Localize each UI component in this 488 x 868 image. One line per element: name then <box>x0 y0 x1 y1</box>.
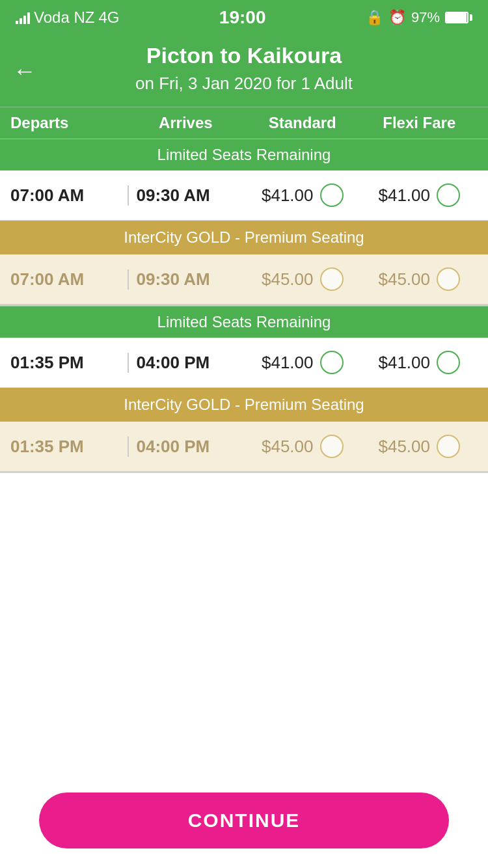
gold-arrive-time-2: 04:00 PM <box>128 437 245 457</box>
limited-banner-1: Limited Seats Remaining <box>0 139 488 170</box>
gold-depart-time-1: 07:00 AM <box>10 269 128 290</box>
status-right: 🔒 ⏰ 97% <box>366 9 472 26</box>
flexi-price-1: $41.00 <box>378 185 430 206</box>
battery-icon <box>445 12 472 23</box>
column-headers: Departs Arrives Standard Flexi Fare <box>0 107 488 139</box>
status-left: Voda NZ 4G <box>16 8 119 27</box>
back-button[interactable]: ← <box>13 59 36 83</box>
flexi-price-cell-2: $41.00 <box>361 351 478 374</box>
status-bar: Voda NZ 4G 19:00 🔒 ⏰ 97% <box>0 0 488 35</box>
gold-flexi-radio-2[interactable] <box>437 435 460 458</box>
alarm-icon: ⏰ <box>388 9 406 26</box>
gold-row-2: 01:35 PM 04:00 PM $45.00 $45.00 <box>0 422 488 473</box>
gold-standard-price-cell-2: $45.00 <box>244 435 361 458</box>
signal-icon <box>16 11 30 24</box>
depart-time-1: 07:00 AM <box>10 185 128 206</box>
departs-header: Departs <box>10 114 128 132</box>
battery-percent: 97% <box>411 9 440 26</box>
gold-standard-price-2: $45.00 <box>262 437 314 457</box>
flexi-radio-1[interactable] <box>437 183 460 207</box>
standard-price-2: $41.00 <box>262 353 314 373</box>
standard-radio-2[interactable] <box>320 351 344 374</box>
lock-icon: 🔒 <box>366 9 383 26</box>
page-title: Picton to Kaikoura <box>13 43 475 68</box>
flexi-radio-2[interactable] <box>437 351 460 374</box>
gold-flexi-price-2: $45.00 <box>378 437 430 457</box>
gold-banner-2: InterCity GOLD - Premium Seating <box>0 388 488 422</box>
continue-button[interactable]: CONTINUE <box>39 793 449 848</box>
network-label: 4G <box>98 8 119 27</box>
gold-row-1: 07:00 AM 09:30 AM $45.00 $45.00 <box>0 254 488 306</box>
standard-header: Standard <box>244 114 361 132</box>
standard-price-1: $41.00 <box>262 185 314 206</box>
flexi-header: Flexi Fare <box>361 114 478 132</box>
arrive-time-2: 04:00 PM <box>128 353 245 373</box>
arrives-header: Arrives <box>128 114 245 132</box>
standard-price-cell-2: $41.00 <box>244 351 361 374</box>
standard-price-cell-1: $41.00 <box>244 183 361 207</box>
gold-standard-radio-1[interactable] <box>320 267 344 291</box>
carrier-label: Voda NZ <box>34 8 94 27</box>
gold-standard-radio-2[interactable] <box>320 435 344 458</box>
gold-flexi-price-cell-2: $45.00 <box>361 435 478 458</box>
limited-banner-2: Limited Seats Remaining <box>0 306 488 338</box>
depart-time-2: 01:35 PM <box>10 353 128 373</box>
gold-banner-1: InterCity GOLD - Premium Seating <box>0 221 488 254</box>
continue-button-wrapper: CONTINUE <box>0 793 488 848</box>
gold-flexi-radio-1[interactable] <box>437 267 460 291</box>
standard-radio-1[interactable] <box>320 183 344 207</box>
flexi-price-2: $41.00 <box>378 353 430 373</box>
gold-standard-price-1: $45.00 <box>262 269 314 290</box>
time-label: 19:00 <box>219 7 266 28</box>
gold-arrive-time-1: 09:30 AM <box>128 269 245 290</box>
gold-standard-price-cell-1: $45.00 <box>244 267 361 291</box>
page-header: ← Picton to Kaikoura on Fri, 3 Jan 2020 … <box>0 35 488 107</box>
table-row: 07:00 AM 09:30 AM $41.00 $41.00 <box>0 170 488 221</box>
flexi-price-cell-1: $41.00 <box>361 183 478 207</box>
trip-details: on Fri, 3 Jan 2020 for 1 Adult <box>13 74 475 94</box>
table-row: 01:35 PM 04:00 PM $41.00 $41.00 <box>0 338 488 388</box>
gold-flexi-price-cell-1: $45.00 <box>361 267 478 291</box>
gold-depart-time-2: 01:35 PM <box>10 437 128 457</box>
gold-flexi-price-1: $45.00 <box>378 269 430 290</box>
arrive-time-1: 09:30 AM <box>128 185 245 206</box>
